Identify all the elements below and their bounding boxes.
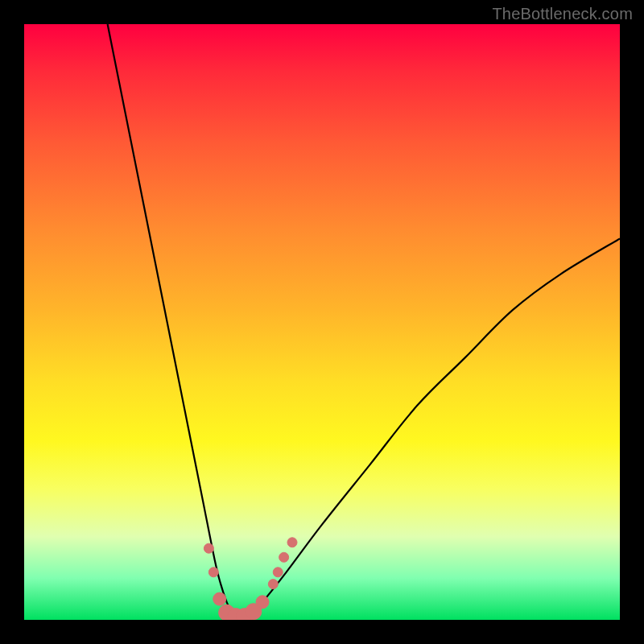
marker-dot — [273, 568, 283, 577]
plot-area — [24, 24, 620, 620]
marker-dot — [213, 592, 226, 605]
marker-dot — [208, 568, 218, 577]
marker-dot — [256, 596, 269, 609]
marker-dot — [287, 538, 297, 547]
curve-svg — [24, 24, 620, 620]
curve-markers — [204, 538, 297, 620]
bottleneck-curve — [108, 24, 620, 617]
marker-dot — [204, 543, 213, 553]
marker-dot — [279, 552, 289, 562]
watermark-text: TheBottleneck.com — [492, 5, 633, 23]
chart-frame: TheBottleneck.com — [0, 0, 644, 644]
marker-dot — [268, 580, 278, 589]
